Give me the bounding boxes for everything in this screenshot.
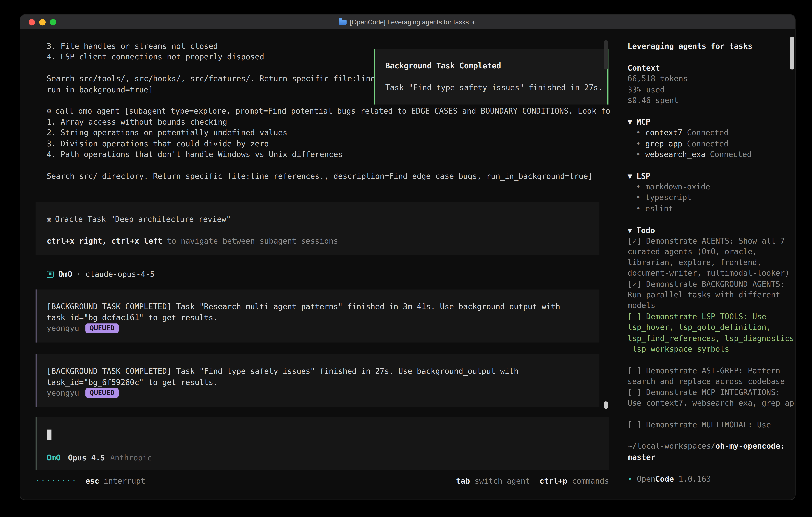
bullet-icon: • (636, 193, 641, 202)
todo-pending-items: [ ] Demonstrate AST-GREP: Patternsearch … (628, 365, 790, 408)
context-heading: Context (628, 62, 790, 73)
screen: [OpenCode] Leveraging agents for tasks ◐… (0, 0, 812, 517)
message-line: [BACKGROUND TASK COMPLETED] Task "Find t… (47, 366, 600, 377)
oracle-task-card[interactable]: ◉Oracle Task "Deep architecture review" … (35, 202, 600, 255)
input-model: Opus 4.5 (68, 454, 105, 462)
prompt-input[interactable]: OmOOpus 4.5Anthropic (35, 418, 609, 471)
mcp-section-header[interactable]: ▼MCP (628, 116, 790, 127)
toast-body: Task "Find type safety issues" finished … (385, 82, 607, 93)
agent-header: OmO · claude-opus-4-5 (47, 269, 610, 280)
tool-call-prompt-items: 1. Array access without bounds checking2… (47, 116, 610, 160)
titlebar[interactable]: [OpenCode] Leveraging agents for tasks ◐ (20, 15, 795, 29)
tab-key-label: switch agent (474, 477, 530, 485)
input-provider: Anthropic (110, 454, 152, 462)
mcp-item-websearch-exa: • websearch_exa Connected (628, 149, 790, 160)
bullet-icon: • (636, 139, 641, 147)
lsp-item-eslint: • eslint (628, 203, 790, 214)
context-spent: $0.46 spent (628, 95, 790, 106)
tool-call-tail: Search src/ directory. Return specific f… (47, 170, 610, 181)
gear-icon: ⚙ (47, 107, 51, 115)
folder-icon (339, 19, 347, 25)
workspace-path: ~/local-workspaces/oh-my-opencode: (628, 441, 790, 452)
agent-name: OmO (58, 269, 72, 280)
input-agent: OmO (47, 454, 61, 462)
todo-active-item: [ ] Demonstrate LSP TOOLS: Uselsp_hover,… (628, 311, 790, 354)
terminal-main-pane: 3. File handles or streams not closed4. … (20, 29, 610, 500)
lsp-section-header[interactable]: ▼LSP (628, 170, 790, 181)
context-tokens: 66,518 tokens (628, 73, 790, 84)
esc-key-hint: esc (85, 477, 99, 485)
subagent-nav-hint: ctrl+x right, ctrl+x left to navigate be… (47, 235, 600, 246)
sidebar: Leveraging agents for tasks Context 66,5… (610, 29, 795, 500)
status-bar: ········esc interrupt tab switch agentct… (35, 475, 609, 486)
background-task-toast: Background Task Completed Task "Find typ… (374, 49, 608, 105)
version-line: • OpenCode 1.0.163 (628, 473, 790, 484)
session-title: Leveraging agents for tasks (628, 41, 790, 52)
esc-key-label: interrupt (104, 477, 145, 485)
background-task-message: [BACKGROUND TASK COMPLETED] Task "Find t… (35, 354, 600, 407)
bullet-icon: • (636, 150, 641, 158)
message-line: task_id="bg_dcfac161" to get results. (47, 312, 600, 323)
bullet-icon: • (636, 204, 641, 213)
bullet-icon: • (636, 128, 641, 137)
status-dot-icon: • (628, 474, 632, 483)
window-title: [OpenCode] Leveraging agents for tasks ◐ (20, 19, 795, 26)
status-right: tab switch agentctrl+p commands (456, 477, 609, 485)
ctrlp-key-hint: ctrl+p (540, 477, 568, 485)
context-used: 33% used (628, 84, 790, 95)
todo-completed-items: [✓] Demonstrate AGENTS: Show all 7curate… (628, 236, 790, 311)
sidebar-scrollbar-thumb[interactable] (790, 36, 794, 70)
message-author: yeongyu (47, 323, 79, 334)
mcp-item-context7: • context7 Connected (628, 127, 790, 138)
tool-call-line: ⚙call_omo_agent [subagent_type=explore, … (47, 106, 610, 116)
background-task-message: [BACKGROUND TASK COMPLETED] Task "Resear… (35, 290, 600, 343)
separator-dot: · (77, 269, 81, 280)
git-branch: master (628, 452, 790, 463)
agent-model: claude-opus-4-5 (85, 269, 155, 280)
lsp-item-typescript: • typescript (628, 192, 790, 203)
spinner-icon: ········ (35, 477, 77, 485)
chevron-down-icon: ▼ (628, 172, 632, 180)
message-line: task_id="bg_6f59260c" to get results. (47, 377, 600, 388)
mcp-item-grep-app: • grep_app Connected (628, 138, 790, 149)
queued-badge: QUEUED (85, 388, 119, 398)
main-scrollbar-thumb-bottom[interactable] (604, 402, 608, 409)
session-timer-icon: ◐ (472, 19, 476, 26)
input-meta: OmOOpus 4.5Anthropic (47, 454, 152, 462)
chevron-down-icon: ▼ (628, 226, 632, 234)
lsp-item-markdown-oxide: • markdown-oxide (628, 181, 790, 192)
text-cursor (47, 430, 51, 440)
tab-key-hint: tab (456, 477, 470, 485)
todo-section-header[interactable]: ▼Todo (628, 225, 790, 236)
record-icon: ◉ (47, 215, 51, 223)
message-author: yeongyu (47, 388, 79, 399)
main-scrollbar-thumb[interactable] (604, 40, 608, 70)
bullet-icon: • (636, 183, 641, 191)
chevron-down-icon: ▼ (628, 117, 632, 126)
todo-pending-items: [ ] Demonstrate MULTIMODAL: Use (628, 419, 790, 430)
toast-title: Background Task Completed (385, 60, 607, 71)
agent-checkbox-icon (47, 271, 53, 278)
oracle-task-title: Oracle Task "Deep architecture review" (55, 215, 231, 223)
tool-call-text: call_omo_agent [subagent_type=explore, p… (55, 107, 610, 115)
terminal-window: [OpenCode] Leveraging agents for tasks ◐… (20, 15, 795, 500)
status-left: ········esc interrupt (35, 477, 145, 485)
queued-badge: QUEUED (85, 324, 119, 333)
window-title-text: [OpenCode] Leveraging agents for tasks (350, 19, 469, 26)
ctrlp-key-label: commands (572, 477, 609, 485)
message-line: [BACKGROUND TASK COMPLETED] Task "Resear… (47, 301, 600, 312)
